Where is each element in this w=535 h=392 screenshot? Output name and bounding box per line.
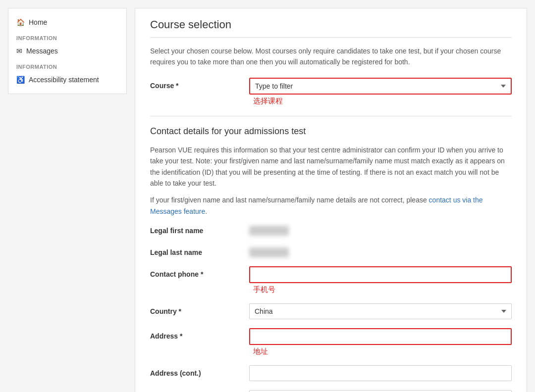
course-annotation: 选择课程 xyxy=(253,97,283,106)
sidebar-section-1: INFORMATION xyxy=(8,30,126,43)
country-label: Country * xyxy=(150,303,249,315)
legal-first-name-field: ████ xyxy=(249,223,512,236)
country-field: China xyxy=(249,303,512,319)
sidebar-accessibility-label: Accessibility statement xyxy=(29,76,99,84)
address-cont-group: Address (cont.) xyxy=(150,365,512,381)
country-group: Country * China xyxy=(150,303,512,319)
address-input[interactable] xyxy=(250,329,511,344)
contact-phone-input[interactable] xyxy=(250,267,511,282)
page-title: Course selection xyxy=(150,18,512,38)
course-label: Course * xyxy=(150,78,249,90)
sidebar-section-2: INFORMATION xyxy=(8,59,126,72)
legal-first-name-label: Legal first name xyxy=(150,223,249,235)
accessibility-icon: ♿ xyxy=(16,76,25,84)
contact-section-title: Contact details for your admissions test xyxy=(150,126,512,137)
address-annotation: 地址 xyxy=(253,347,268,356)
legal-first-name-value: ████ xyxy=(249,226,289,236)
sidebar: 🏠 Home INFORMATION ✉ Messages INFORMATIO… xyxy=(8,8,127,94)
address-cont-input[interactable] xyxy=(249,365,512,381)
address-cont-field xyxy=(249,365,512,381)
sidebar-messages-label: Messages xyxy=(26,47,58,55)
city-label: City * xyxy=(150,390,249,392)
intro-text: Select your chosen course below. Most co… xyxy=(150,46,512,68)
section-divider xyxy=(150,116,512,116)
legal-last-name-field: ████ xyxy=(249,245,512,257)
messages-icon: ✉ xyxy=(16,47,22,55)
phone-field-wrapper xyxy=(249,266,512,283)
address-label: Address * xyxy=(150,328,249,340)
contact-phone-group: Contact phone * 手机号 xyxy=(150,266,512,294)
address-cont-label: Address (cont.) xyxy=(150,365,249,377)
course-filter-wrapper: Type to filter xyxy=(249,78,512,95)
legal-last-name-group: Legal last name ████ xyxy=(150,245,512,257)
contact-para-2-after: . xyxy=(205,207,207,215)
address-field-wrapper xyxy=(249,328,512,345)
city-input[interactable] xyxy=(249,390,512,392)
sidebar-home-label: Home xyxy=(29,18,47,26)
country-select[interactable]: China xyxy=(249,303,512,319)
contact-para-2-before: If your first/given name and last name/s… xyxy=(150,196,429,204)
contact-para-2: If your first/given name and last name/s… xyxy=(150,195,512,217)
sidebar-item-home[interactable]: 🏠 Home xyxy=(8,14,126,30)
legal-last-name-value: ████ xyxy=(249,247,289,257)
city-field xyxy=(249,390,512,392)
home-icon: 🏠 xyxy=(16,18,25,26)
city-group: City * xyxy=(150,390,512,392)
sidebar-item-accessibility[interactable]: ♿ Accessibility statement xyxy=(8,72,126,88)
legal-last-name-label: Legal last name xyxy=(150,245,249,256)
legal-first-name-group: Legal first name ████ xyxy=(150,223,512,236)
main-content: Course selection Select your chosen cour… xyxy=(135,8,527,392)
contact-para-1: Pearson VUE requires this information so… xyxy=(150,145,512,189)
phone-annotation: 手机号 xyxy=(253,285,275,294)
address-group: Address * 地址 xyxy=(150,328,512,356)
sidebar-item-messages[interactable]: ✉ Messages xyxy=(8,43,126,59)
contact-phone-label: Contact phone * xyxy=(150,266,249,278)
course-group: Course * Type to filter 选择课程 xyxy=(150,78,512,106)
course-select[interactable]: Type to filter xyxy=(250,79,511,94)
